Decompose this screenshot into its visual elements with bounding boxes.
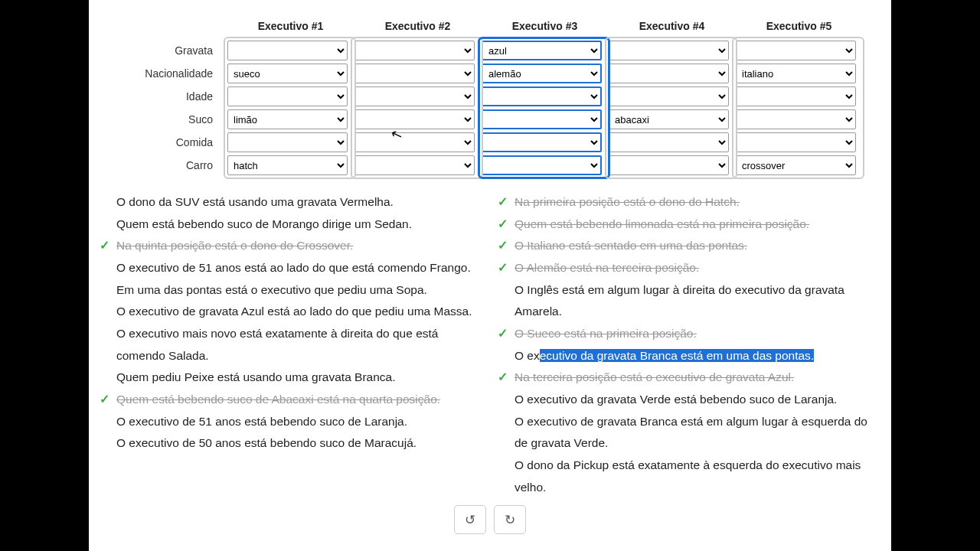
value-select[interactable] (354, 41, 475, 60)
value-select[interactable] (736, 109, 856, 129)
row-label: Idade (95, 86, 227, 107)
value-select[interactable] (482, 109, 602, 129)
value-select[interactable]: hatch (227, 155, 348, 175)
clue[interactable]: O Sueco está na primeira posição. (498, 323, 880, 345)
puzzle-page: Executivo #1Executivo #2Executivo #3Exec… (89, 0, 891, 551)
value-select[interactable] (609, 41, 729, 60)
row-label: Suco (95, 109, 227, 130)
clue[interactable]: Quem está bebendo limonada está na prime… (498, 214, 880, 236)
column-header: Executivo #4 (609, 14, 735, 38)
value-select[interactable] (354, 132, 475, 152)
row-label: Carro (95, 155, 227, 176)
clue[interactable]: O Inglês está em algum lugar à direita d… (498, 279, 880, 323)
clue[interactable]: O dono da Pickup está exatamente à esque… (498, 455, 880, 498)
row-label: Comida (95, 132, 227, 153)
value-select[interactable] (609, 155, 729, 175)
clue[interactable]: O executivo mais novo está exatamente à … (100, 323, 482, 367)
value-select[interactable] (609, 86, 729, 106)
value-select[interactable] (482, 132, 602, 152)
column-header: Executivo #3 (482, 14, 608, 38)
column-header: Executivo #1 (227, 14, 354, 38)
clue[interactable]: O executivo de 50 anos está bebendo suco… (100, 432, 482, 455)
clue[interactable]: Quem está bebendo suco de Morango dirige… (100, 214, 482, 236)
value-select[interactable]: italiano (736, 64, 856, 83)
clues-right: Na primeira posição está o dono do Hatch… (498, 191, 880, 498)
value-select[interactable] (609, 64, 729, 83)
redo-button[interactable]: ↻ (494, 505, 526, 534)
column-header: Executivo #2 (354, 14, 481, 38)
value-select[interactable] (482, 155, 602, 175)
value-select[interactable]: limão (227, 109, 348, 129)
column-header: Executivo #5 (736, 14, 862, 38)
clue[interactable]: O executivo de 51 anos está ao lado do q… (100, 257, 482, 279)
value-select[interactable] (736, 41, 856, 60)
clue[interactable]: Na primeira posição está o dono do Hatch… (498, 191, 880, 214)
clue[interactable]: Quem está bebendo suco de Abacaxi está n… (100, 389, 482, 411)
clues-left: O dono da SUV está usando uma gravata Ve… (100, 191, 482, 498)
value-select[interactable]: abacaxi (609, 109, 729, 129)
clue[interactable]: O dono da SUV está usando uma gravata Ve… (100, 191, 482, 214)
value-select[interactable] (482, 86, 602, 106)
clue[interactable]: O executivo de 51 anos está bebendo suco… (100, 411, 482, 433)
value-select[interactable]: alemão (482, 64, 602, 83)
clue[interactable]: O executivo da gravata Verde está bebend… (498, 389, 880, 411)
clue[interactable]: Na quinta posição está o dono do Crossov… (100, 235, 482, 257)
value-select[interactable] (354, 109, 475, 129)
clue[interactable]: Em uma das pontas está o executivo que p… (100, 279, 482, 302)
clue[interactable]: Quem pediu Peixe está usando uma gravata… (100, 367, 482, 389)
undo-button[interactable]: ↺ (454, 505, 486, 534)
row-label: Gravata (95, 40, 227, 61)
value-select[interactable] (227, 86, 348, 106)
controls: ↺ ↻ (454, 505, 526, 534)
value-select[interactable] (227, 41, 348, 60)
value-select[interactable]: crossover (736, 155, 856, 175)
clue[interactable]: O executivo da gravata Branca está em um… (498, 345, 880, 367)
clue[interactable]: Na terceira posição está o executivo de … (498, 367, 880, 389)
value-select[interactable] (736, 86, 856, 106)
value-select[interactable] (609, 132, 729, 152)
clue[interactable]: O executivo de gravata Branca está em al… (498, 411, 880, 455)
value-select[interactable]: azul (482, 41, 602, 60)
clue[interactable]: O Italiano está sentado em uma das ponta… (498, 235, 880, 257)
value-select[interactable] (354, 155, 475, 175)
solution-grid: Executivo #1Executivo #2Executivo #3Exec… (89, 14, 891, 176)
clue[interactable]: O Alemão está na terceira posição. (498, 257, 880, 279)
value-select[interactable] (354, 86, 475, 106)
clue[interactable]: O executivo de gravata Azul está ao lado… (100, 301, 482, 323)
row-label: Nacionalidade (95, 63, 227, 84)
value-select[interactable] (736, 132, 856, 152)
value-select[interactable]: sueco (227, 64, 348, 83)
value-select[interactable] (227, 132, 348, 152)
value-select[interactable] (354, 64, 475, 83)
clues: O dono da SUV está usando uma gravata Ve… (89, 176, 891, 498)
